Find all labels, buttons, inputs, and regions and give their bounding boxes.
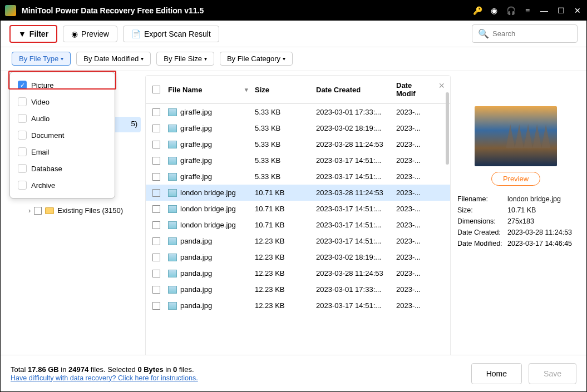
close-panel-button[interactable]: ×: [438, 80, 445, 92]
maximize-icon[interactable]: ☐: [556, 6, 565, 15]
table-row[interactable]: giraffe.jpg5.33 KB2023-03-02 18:19:...20…: [146, 120, 450, 136]
export-button[interactable]: 📄Export Scan Result: [123, 26, 219, 42]
minimize-icon[interactable]: —: [540, 6, 549, 15]
option-label: Audio: [31, 115, 50, 123]
meta-key: Date Created:: [457, 229, 507, 236]
file-name: giraffe.jpg: [180, 140, 212, 148]
row-checkbox[interactable]: [152, 125, 160, 132]
row-checkbox[interactable]: [152, 286, 160, 294]
image-file-icon: [168, 237, 177, 245]
type-option-database[interactable]: Database: [13, 160, 111, 177]
file-modified: 2023-...: [396, 156, 430, 165]
type-option-video[interactable]: Video: [13, 93, 111, 110]
row-checkbox[interactable]: [152, 302, 160, 310]
file-name: giraffe.jpg: [180, 156, 212, 165]
checkbox-icon[interactable]: ✓: [18, 81, 27, 90]
key-icon[interactable]: 🔑: [473, 6, 482, 15]
table-row[interactable]: london bridge.jpg10.71 KB2023-03-17 14:5…: [146, 217, 450, 233]
table-row[interactable]: london bridge.jpg10.71 KB2023-03-28 11:2…: [146, 185, 450, 201]
column-size[interactable]: Size: [255, 81, 316, 98]
file-modified: 2023-...: [396, 188, 430, 197]
file-modified: 2023-...: [396, 205, 430, 213]
file-created: 2023-03-28 11:24:53: [316, 140, 396, 148]
help-link[interactable]: Have difficulty with data recovery? Clic…: [11, 374, 198, 382]
type-option-archive[interactable]: Archive: [13, 177, 111, 193]
file-size: 5.33 KB: [255, 172, 316, 181]
filter-by-category[interactable]: By File Category ▾: [220, 52, 293, 66]
file-created: 2023-03-28 11:24:53: [316, 188, 396, 197]
file-name: london bridge.jpg: [180, 205, 236, 213]
chevron-right-icon: ›: [28, 206, 31, 215]
preview-panel: Preview Filename:london bridge.jpgSize:1…: [455, 75, 576, 360]
chevron-down-icon: ▾: [204, 56, 207, 62]
row-checkbox[interactable]: [152, 254, 160, 261]
filter-by-date[interactable]: By Date Modified ▾: [76, 52, 151, 66]
file-name: giraffe.jpg: [180, 172, 212, 181]
checkbox-icon[interactable]: [18, 181, 27, 190]
column-created[interactable]: Date Created: [316, 81, 396, 98]
table-row[interactable]: giraffe.jpg5.33 KB2023-03-17 14:51:...20…: [146, 168, 450, 185]
row-checkbox[interactable]: [152, 173, 160, 181]
select-all-checkbox[interactable]: [152, 86, 160, 93]
table-row[interactable]: panda.jpg12.23 KB2023-03-17 14:51:...202…: [146, 233, 450, 249]
checkbox-icon[interactable]: [18, 131, 27, 140]
row-checkbox[interactable]: [152, 237, 160, 245]
file-type-dropdown[interactable]: ✓PictureVideoAudioDocumentEmailDatabaseA…: [9, 72, 115, 199]
save-button[interactable]: Save: [529, 363, 576, 384]
row-checkbox[interactable]: [152, 270, 160, 277]
table-row[interactable]: panda.jpg12.23 KB2023-03-28 11:24:532023…: [146, 265, 450, 281]
sidebar-count-fragment: 5): [131, 120, 137, 128]
type-option-picture[interactable]: ✓Picture: [13, 77, 111, 93]
preview-button[interactable]: ◉Preview: [63, 26, 117, 42]
file-created: 2023-03-17 14:51:...: [316, 237, 396, 245]
file-modified: 2023-...: [396, 285, 430, 294]
filter-by-size[interactable]: By File Size ▾: [156, 52, 214, 66]
column-modified[interactable]: Date Modif: [396, 81, 430, 98]
file-created: 2023-03-17 14:51:...: [316, 205, 396, 213]
checkbox-icon[interactable]: [18, 114, 27, 123]
row-checkbox[interactable]: [152, 108, 160, 116]
table-row[interactable]: giraffe.jpg5.33 KB2023-03-28 11:24:53202…: [146, 136, 450, 152]
table-row[interactable]: london bridge.jpg10.71 KB2023-03-17 14:5…: [146, 201, 450, 217]
row-checkbox[interactable]: [152, 221, 160, 229]
image-file-icon: [168, 221, 177, 229]
close-icon[interactable]: ✕: [573, 6, 582, 15]
row-checkbox[interactable]: [152, 141, 160, 148]
file-size: 10.71 KB: [255, 205, 316, 213]
checkbox-icon[interactable]: [18, 97, 27, 106]
row-checkbox[interactable]: [152, 157, 160, 165]
table-row[interactable]: panda.jpg12.23 KB2023-03-17 14:51:...202…: [146, 297, 450, 314]
preview-open-button[interactable]: Preview: [491, 172, 540, 186]
chevron-down-icon: ▾: [283, 56, 285, 62]
file-size: 12.23 KB: [255, 301, 316, 310]
table-row[interactable]: panda.jpg12.23 KB2023-03-01 17:33:...202…: [146, 281, 450, 297]
row-checkbox[interactable]: [152, 205, 160, 213]
filter-button[interactable]: ▼Filter: [9, 25, 57, 43]
file-modified: 2023-...: [396, 108, 430, 116]
image-file-icon: [168, 173, 177, 181]
table-row[interactable]: giraffe.jpg5.33 KB2023-03-01 17:33:...20…: [146, 104, 450, 120]
search-box[interactable]: 🔍: [472, 24, 578, 43]
checkbox-icon[interactable]: [18, 147, 27, 156]
file-name: panda.jpg: [180, 301, 212, 310]
disc-icon[interactable]: ◉: [490, 6, 499, 15]
menu-icon[interactable]: ≡: [523, 6, 532, 15]
scrollbar-thumb[interactable]: [446, 92, 449, 165]
headphones-icon[interactable]: 🎧: [506, 6, 515, 15]
type-option-document[interactable]: Document: [13, 127, 111, 143]
file-size: 5.33 KB: [255, 140, 316, 148]
tree-existing-files[interactable]: › Existing Files (3150): [26, 204, 141, 217]
table-row[interactable]: giraffe.jpg5.33 KB2023-03-17 14:51:...20…: [146, 152, 450, 168]
type-option-email[interactable]: Email: [13, 143, 111, 160]
meta-row: Filename:london bridge.jpg: [457, 193, 574, 205]
table-row[interactable]: panda.jpg12.23 KB2023-03-02 18:19:...202…: [146, 249, 450, 265]
search-input[interactable]: [492, 29, 571, 38]
checkbox-icon[interactable]: [18, 164, 27, 173]
column-name[interactable]: File Name▾: [168, 81, 255, 98]
row-checkbox[interactable]: [34, 207, 42, 215]
type-option-audio[interactable]: Audio: [13, 110, 111, 127]
home-button[interactable]: Home: [471, 363, 522, 384]
row-checkbox[interactable]: [152, 189, 160, 197]
filter-by-type[interactable]: By File Type ▾: [12, 52, 71, 66]
file-size: 5.33 KB: [255, 156, 316, 165]
